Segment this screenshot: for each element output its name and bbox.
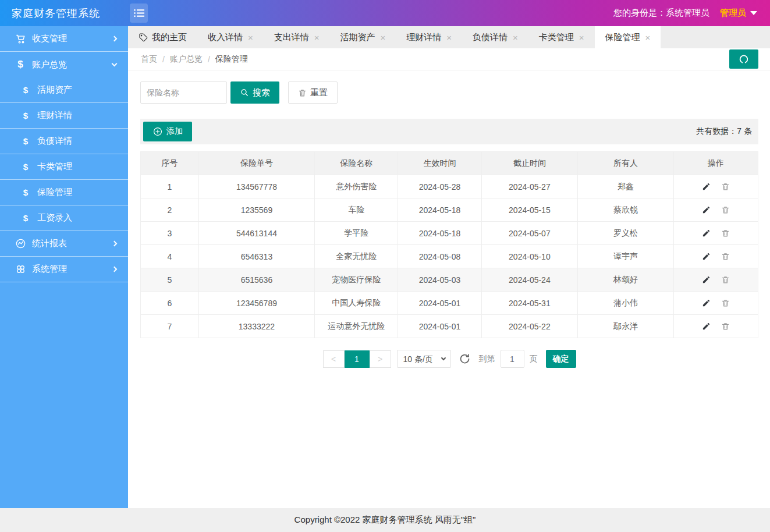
add-button[interactable]: 添加 <box>143 122 192 141</box>
app-title: 家庭财务管理系统 <box>0 6 128 20</box>
prev-page-button[interactable]: < <box>323 350 345 368</box>
edit-icon[interactable] <box>702 275 711 284</box>
goto-suffix-label: 页 <box>530 354 538 364</box>
edit-icon[interactable] <box>702 205 711 214</box>
cell-index: 4 <box>141 245 199 268</box>
apps-icon <box>14 264 27 275</box>
tab-label: 理财详情 <box>406 32 441 43</box>
tab-income-detail[interactable]: 收入详情 × <box>197 26 264 48</box>
delete-icon[interactable] <box>721 182 730 191</box>
tab-current-assets[interactable]: 活期资产 × <box>330 26 396 48</box>
sidebar-item-account-overview[interactable]: $ 账户总览 <box>0 52 128 77</box>
tab-home[interactable]: 我的主页 <box>128 26 197 48</box>
cell-owner: 蔡欣锐 <box>578 198 673 222</box>
sidebar-item-statistics-report[interactable]: 统计报表 <box>0 231 128 257</box>
chevron-right-icon <box>112 36 118 42</box>
cell-start: 2024-05-28 <box>398 175 481 198</box>
main-area: 我的主页 收入详情 × 支出详情 × 活期资产 × 理财详情 × <box>128 26 770 508</box>
sidebar-item-system-management[interactable]: 系统管理 <box>0 257 128 282</box>
sidebar-item-label: 工资录入 <box>37 212 116 224</box>
delete-icon[interactable] <box>721 275 730 284</box>
breadcrumb-account-overview[interactable]: 账户总览 <box>170 54 203 65</box>
table-row: 6 123456789 中国人寿保险 2024-05-01 2024-05-31… <box>141 292 758 315</box>
refresh-table-icon[interactable] <box>459 353 471 365</box>
cell-owner: 鄢永洋 <box>578 315 673 338</box>
cell-name: 宠物医疗保险 <box>315 268 398 292</box>
next-page-button[interactable]: > <box>370 350 391 368</box>
tab-card-management[interactable]: 卡类管理 × <box>528 26 595 48</box>
breadcrumb-home[interactable]: 首页 <box>141 54 157 65</box>
delete-icon[interactable] <box>721 299 730 307</box>
sidebar-item-current-assets[interactable]: $ 活期资产 <box>0 77 128 103</box>
tab-label: 保险管理 <box>605 32 640 43</box>
app-window: 家庭财务管理系统 您的身份是：系统管理员 管理员 <box>0 0 770 532</box>
breadcrumb-separator: / <box>162 55 165 64</box>
edit-icon[interactable] <box>702 229 711 237</box>
column-header: 保险单号 <box>198 152 314 175</box>
tag-icon <box>139 33 148 42</box>
cell-end: 2024-05-07 <box>481 222 578 245</box>
edit-icon[interactable] <box>702 322 711 331</box>
table-row: 4 6546313 全家无忧险 2024-05-08 2024-05-10 谭宇… <box>141 245 758 268</box>
record-count: 共有数据：7 条 <box>696 126 755 137</box>
goto-prefix-label: 到第 <box>479 354 495 364</box>
sidebar-item-label: 保险管理 <box>37 187 116 198</box>
table-row: 3 544613144 学平险 2024-05-18 2024-05-07 罗义… <box>141 222 758 245</box>
delete-icon[interactable] <box>721 322 730 331</box>
search-button[interactable]: 搜索 <box>230 81 279 104</box>
sidebar-toggle-button[interactable] <box>130 3 148 23</box>
role-dropdown[interactable]: 管理员 <box>720 8 757 19</box>
search-input[interactable] <box>140 81 227 104</box>
sidebar-item-salary-entry[interactable]: $ 工资录入 <box>0 205 128 231</box>
cell-start: 2024-05-01 <box>398 292 481 315</box>
dollar-icon: $ <box>19 85 32 95</box>
dollar-icon: $ <box>19 111 32 120</box>
cell-start: 2024-05-18 <box>398 222 481 245</box>
close-icon[interactable]: × <box>381 33 386 42</box>
tab-debt-detail[interactable]: 负债详情 × <box>462 26 528 48</box>
tab-insurance-management[interactable]: 保险管理 × <box>595 26 661 48</box>
sidebar-item-income-expense[interactable]: 收支管理 <box>0 26 128 52</box>
insurance-table: 序号 保险单号 保险名称 生效时间 截止时间 所有人 操作 1 13456777 <box>140 151 758 338</box>
close-icon[interactable]: × <box>248 33 253 42</box>
delete-icon[interactable] <box>721 229 730 237</box>
cell-end: 2024-05-24 <box>481 268 578 292</box>
cell-owner: 谭宇声 <box>578 245 673 268</box>
edit-icon[interactable] <box>702 182 711 191</box>
close-icon[interactable]: × <box>314 33 320 42</box>
close-icon[interactable]: × <box>446 33 452 42</box>
sidebar-item-wealth-detail[interactable]: $ 理财详情 <box>0 103 128 129</box>
confirm-page-button[interactable]: 确定 <box>546 350 576 368</box>
tab-wealth-detail[interactable]: 理财详情 × <box>396 26 462 48</box>
sidebar-item-label: 活期资产 <box>37 84 116 95</box>
goto-page-input[interactable] <box>501 350 524 368</box>
cell-start: 2024-05-03 <box>398 268 481 292</box>
cell-end: 2024-05-15 <box>481 198 578 222</box>
chart-icon <box>14 238 27 249</box>
sidebar-item-insurance-management[interactable]: $ 保险管理 <box>0 180 128 205</box>
reset-button[interactable]: 重置 <box>288 81 338 104</box>
cell-end: 2024-05-27 <box>481 175 578 198</box>
edit-icon[interactable] <box>702 252 711 261</box>
table-row: 5 6515636 宠物医疗保险 2024-05-03 2024-05-24 林… <box>141 268 758 292</box>
edit-icon[interactable] <box>702 299 711 307</box>
column-header: 生效时间 <box>398 152 481 175</box>
breadcrumb-current: 保险管理 <box>215 54 248 65</box>
sidebar-item-card-management[interactable]: $ 卡类管理 <box>0 154 128 180</box>
delete-icon[interactable] <box>721 205 730 214</box>
cell-index: 1 <box>141 175 199 198</box>
tab-expense-detail[interactable]: 支出详情 × <box>264 26 330 48</box>
cell-name: 学平险 <box>315 222 398 245</box>
close-icon[interactable]: × <box>645 33 651 42</box>
current-page-button[interactable]: 1 <box>345 350 370 368</box>
sidebar-item-debt-detail[interactable]: $ 负债详情 <box>0 129 128 154</box>
page-size-select[interactable]: 10 条/页 <box>397 350 451 368</box>
refresh-page-button[interactable] <box>729 49 758 69</box>
content-panel: 搜索 重置 添加 共 <box>128 70 770 508</box>
close-icon[interactable]: × <box>513 33 518 42</box>
table-header-row: 序号 保险单号 保险名称 生效时间 截止时间 所有人 操作 <box>141 152 758 175</box>
tab-bar: 我的主页 收入详情 × 支出详情 × 活期资产 × 理财详情 × <box>128 26 770 48</box>
close-icon[interactable]: × <box>579 33 584 42</box>
delete-icon[interactable] <box>721 252 730 261</box>
sidebar-item-label: 负债详情 <box>37 136 116 147</box>
